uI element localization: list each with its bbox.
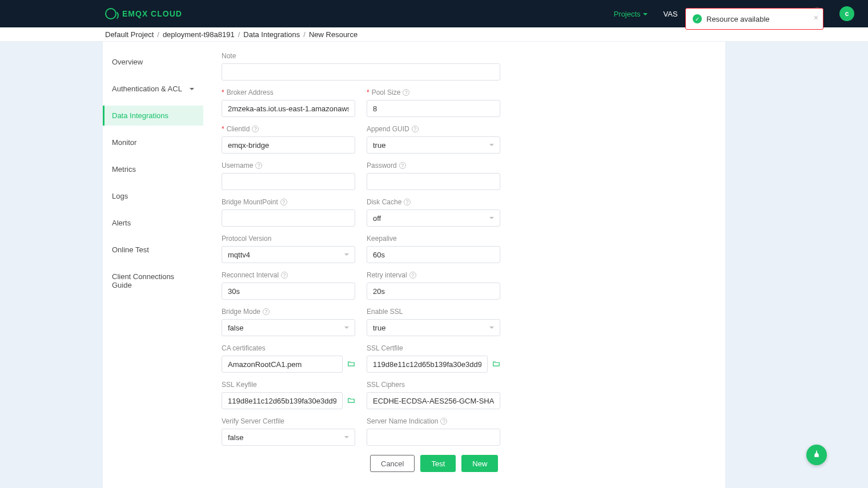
main-area: Overview Authentication & ACL Data Integ… [0,42,868,488]
sidebar-item-data-integrations[interactable]: Data Integrations [103,106,203,126]
brand-text: EMQX CLOUD [122,9,182,18]
sni-input[interactable] [367,429,500,446]
chevron-down-icon [190,84,194,93]
label-retry: Retry interval [367,271,407,279]
label-bridgemode: Bridge Mode [222,308,260,316]
label-sslkey: SSL Keyfile [222,381,257,389]
chevron-down-icon [344,326,349,331]
ssl-cert-input[interactable] [367,356,488,373]
username-input[interactable] [222,173,355,190]
content-panel: Overview Authentication & ACL Data Integ… [103,42,725,488]
sidebar-item-online-test[interactable]: Online Test [103,240,203,260]
ssl-key-input[interactable] [222,392,343,409]
label-protocol: Protocol Version [222,235,271,243]
info-icon[interactable]: ? [399,162,406,169]
label-reconnect: Reconnect Interval [222,271,279,279]
select-value: off [373,214,381,223]
note-input[interactable] [222,63,500,80]
nav-projects[interactable]: Projects [614,10,648,18]
check-icon: ✓ [693,14,702,23]
label-broker: Broker Address [227,88,274,96]
label-append-guid: Append GUID [367,125,409,133]
form-area: Note *Broker Address *Pool Size? *Clien [203,42,725,488]
broker-address-input[interactable] [222,100,355,117]
verify-select[interactable]: false [222,429,355,446]
folder-icon[interactable] [492,360,500,369]
form-actions: Cancel Test New [370,455,707,472]
chevron-down-icon [489,217,494,221]
brand-logo: EMQX CLOUD [105,8,182,19]
info-icon[interactable]: ? [252,126,259,132]
breadcrumb-project[interactable]: Default Project [105,30,154,39]
label-ciphers: SSL Ciphers [367,381,405,389]
new-button[interactable]: New [461,455,498,472]
select-value: true [373,141,385,150]
info-icon[interactable]: ? [255,162,262,169]
chevron-down-icon [489,326,494,331]
info-icon[interactable]: ? [404,199,411,205]
ca-cert-input[interactable] [222,356,343,373]
folder-icon[interactable] [347,360,355,369]
mountpoint-input[interactable] [222,209,355,227]
append-guid-select[interactable]: true [367,136,500,154]
sidebar-item-alerts[interactable]: Alerts [103,213,203,233]
toast-resource-available: ✓ Resource available × [685,8,823,30]
test-button[interactable]: Test [420,455,456,472]
label-diskcache: Disk Cache [367,198,401,206]
toast-close-icon[interactable]: × [814,13,818,22]
pool-size-input[interactable] [367,100,500,117]
label-ssl: Enable SSL [367,308,403,316]
clientid-input[interactable] [222,136,355,154]
info-icon[interactable]: ? [281,272,288,279]
info-icon[interactable]: ? [412,126,419,132]
label-clientid: ClientId [227,125,250,133]
sidebar-item-client-connections[interactable]: Client Connections Guide [103,267,203,295]
sidebar-item-monitor[interactable]: Monitor [103,132,203,152]
info-icon[interactable]: ? [403,89,409,96]
info-icon[interactable]: ? [280,199,287,205]
chevron-down-icon [344,436,349,441]
reconnect-input[interactable] [222,283,355,300]
select-value: false [228,433,243,442]
label-mountpoint: Bridge MountPoint [222,198,278,206]
breadcrumb-deployment[interactable]: deployment-t98a8191 [163,30,235,39]
breadcrumb-current: New Resource [309,30,357,39]
logo-icon [105,8,116,19]
sidebar-item-logs[interactable]: Logs [103,186,203,206]
label-pool: Pool Size [372,88,401,96]
label-password: Password [367,162,397,170]
ssl-ciphers-input[interactable] [367,392,500,409]
label-sslcert: SSL Certfile [367,344,403,352]
select-value: true [373,324,385,332]
info-icon[interactable]: ? [440,418,447,425]
cancel-button[interactable]: Cancel [370,455,415,472]
label-sni: Server Name Indication [367,417,438,425]
password-input[interactable] [367,173,500,190]
bridgemode-select[interactable]: false [222,319,355,336]
retry-input[interactable] [367,283,500,300]
select-value: mqttv4 [228,251,250,259]
breadcrumb-section[interactable]: Data Integrations [243,30,300,39]
avatar[interactable]: c [839,6,854,21]
label-verify: Verify Server Certfile [222,417,284,425]
tap-fab-button[interactable] [806,445,827,465]
protocol-select[interactable]: mqttv4 [222,246,355,263]
info-icon[interactable]: ? [409,272,416,279]
info-icon[interactable]: ? [263,308,270,315]
sidebar-item-overview[interactable]: Overview [103,52,203,72]
label-keepalive: Keepalive [367,235,397,243]
label-note: Note [222,52,500,60]
label-ca: CA certificates [222,344,266,352]
nav-vas[interactable]: VAS [664,10,678,18]
ssl-select[interactable]: true [367,319,500,336]
sidebar: Overview Authentication & ACL Data Integ… [103,42,203,488]
diskcache-select[interactable]: off [367,209,500,227]
svg-point-0 [816,453,818,454]
keepalive-input[interactable] [367,246,500,263]
sidebar-item-metrics[interactable]: Metrics [103,159,203,179]
sidebar-item-auth[interactable]: Authentication & ACL [103,79,203,99]
select-value: false [228,324,243,332]
folder-icon[interactable] [347,396,355,406]
chevron-down-icon [489,144,494,148]
sidebar-item-label: Authentication & ACL [112,84,182,93]
